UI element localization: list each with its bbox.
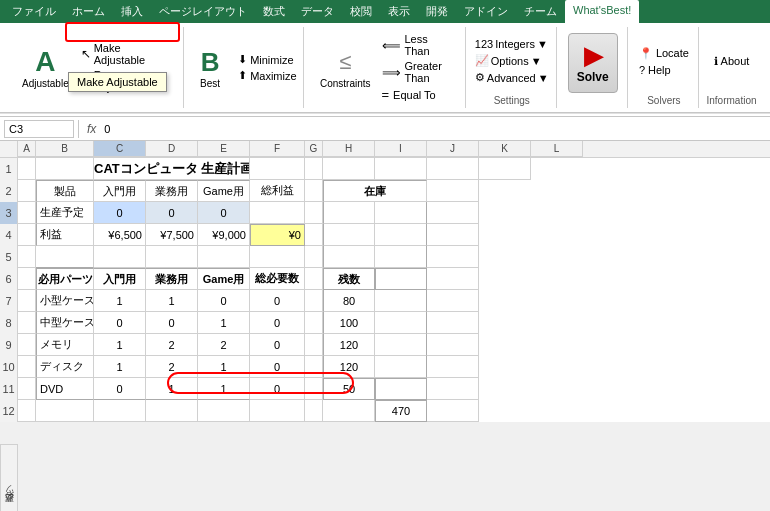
name-box[interactable] — [4, 120, 74, 138]
cell-B11[interactable]: DVD — [36, 378, 94, 400]
cell-E6[interactable]: Game用 — [198, 268, 250, 290]
cell-E7[interactable]: 0 — [198, 290, 250, 312]
tab-file[interactable]: ファイル — [4, 0, 64, 23]
greater-than-item[interactable]: ⟹ Greater Than — [379, 59, 457, 85]
cell-J5[interactable] — [427, 246, 479, 268]
cell-C11[interactable]: 0 — [94, 378, 146, 400]
cell-G9[interactable] — [305, 334, 323, 356]
cell-E8[interactable]: 1 — [198, 312, 250, 334]
cell-J7[interactable] — [427, 290, 479, 312]
cell-D7[interactable]: 1 — [146, 290, 198, 312]
col-header-B[interactable]: B — [36, 141, 94, 157]
cell-H10[interactable]: 120 — [323, 356, 375, 378]
tab-whatsbest[interactable]: What'sBest! — [565, 0, 639, 23]
cell-A3[interactable] — [18, 202, 36, 224]
cell-A8[interactable] — [18, 312, 36, 334]
cell-I8[interactable] — [375, 312, 427, 334]
cell-E9[interactable]: 2 — [198, 334, 250, 356]
cell-G3[interactable] — [305, 202, 323, 224]
cell-E10[interactable]: 1 — [198, 356, 250, 378]
cell-H3[interactable] — [323, 202, 375, 224]
cell-F2[interactable]: 総利益 — [250, 180, 305, 202]
cell-H7[interactable]: 80 — [323, 290, 375, 312]
cell-A10[interactable] — [18, 356, 36, 378]
cell-E12[interactable] — [198, 400, 250, 422]
cell-E4[interactable]: ¥9,000 — [198, 224, 250, 246]
col-header-D[interactable]: D — [146, 141, 198, 157]
tab-view[interactable]: 表示 — [380, 0, 418, 23]
less-than-item[interactable]: ⟸ Less Than — [379, 32, 457, 58]
about-item[interactable]: ℹ About — [710, 54, 754, 69]
cell-G11[interactable] — [305, 378, 323, 400]
maximize-button[interactable]: ⬆ Maximize — [234, 68, 300, 83]
cell-J1[interactable] — [427, 158, 479, 180]
cell-F4[interactable]: ¥0 — [250, 224, 305, 246]
cell-D3[interactable]: 0 — [146, 202, 198, 224]
tab-addin[interactable]: アドイン — [456, 0, 516, 23]
cell-J12[interactable] — [427, 400, 479, 422]
cell-B12[interactable] — [36, 400, 94, 422]
cell-C2[interactable]: 入門用 — [94, 180, 146, 202]
cell-J9[interactable] — [427, 334, 479, 356]
minimize-button[interactable]: ⬇ Minimize — [234, 52, 300, 67]
tab-data[interactable]: データ — [293, 0, 342, 23]
constraints-button[interactable]: ≤ Constraints — [314, 43, 377, 92]
col-header-A[interactable]: A — [18, 141, 36, 157]
options-item[interactable]: 📈 Options ▼ — [472, 53, 552, 68]
cell-I11[interactable] — [375, 378, 427, 400]
cell-A4[interactable] — [18, 224, 36, 246]
cell-D4[interactable]: ¥7,500 — [146, 224, 198, 246]
cell-H4[interactable] — [323, 224, 375, 246]
advanced-item[interactable]: ⚙ Advanced ▼ — [472, 70, 552, 85]
cell-B3[interactable]: 生産予定 — [36, 202, 94, 224]
cell-I6[interactable] — [375, 268, 427, 290]
cell-J11[interactable] — [427, 378, 479, 400]
cell-H12[interactable] — [323, 400, 375, 422]
cell-I1[interactable] — [375, 158, 427, 180]
cell-G8[interactable] — [305, 312, 323, 334]
cell-E11[interactable]: 1 — [198, 378, 250, 400]
cell-F8[interactable]: 0 — [250, 312, 305, 334]
col-header-H[interactable]: H — [323, 141, 375, 157]
solve-button[interactable]: ▶ Solve — [568, 33, 618, 93]
cell-G7[interactable] — [305, 290, 323, 312]
cell-G2[interactable] — [305, 180, 323, 202]
cell-H9[interactable]: 120 — [323, 334, 375, 356]
cell-F6[interactable]: 総必要数 — [250, 268, 305, 290]
col-header-G[interactable]: G — [305, 141, 323, 157]
cell-H11[interactable]: 50 — [323, 378, 375, 400]
cell-A5[interactable] — [18, 246, 36, 268]
cell-F5[interactable] — [250, 246, 305, 268]
cell-J3[interactable] — [427, 202, 479, 224]
cell-C4[interactable]: ¥6,500 — [94, 224, 146, 246]
cell-G1[interactable] — [305, 158, 323, 180]
cell-I12[interactable]: 470 — [375, 400, 427, 422]
cell-C6[interactable]: 入門用 — [94, 268, 146, 290]
cell-B10[interactable]: ディスク — [36, 356, 94, 378]
cell-C9[interactable]: 1 — [94, 334, 146, 356]
cell-A1[interactable] — [18, 158, 36, 180]
cell-I4[interactable] — [375, 224, 427, 246]
cell-D2[interactable]: 業務用 — [146, 180, 198, 202]
cell-A12[interactable] — [18, 400, 36, 422]
cell-E3[interactable]: 0 — [198, 202, 250, 224]
tab-review[interactable]: 校閲 — [342, 0, 380, 23]
cell-G12[interactable] — [305, 400, 323, 422]
cell-H5[interactable] — [323, 246, 375, 268]
cell-I10[interactable] — [375, 356, 427, 378]
cell-I5[interactable] — [375, 246, 427, 268]
cell-B5[interactable] — [36, 246, 94, 268]
col-header-I[interactable]: I — [375, 141, 427, 157]
cell-F3[interactable] — [250, 202, 305, 224]
cell-A11[interactable] — [18, 378, 36, 400]
cell-F9[interactable]: 0 — [250, 334, 305, 356]
locate-item[interactable]: 📍 Locate — [635, 46, 693, 61]
cell-B7[interactable]: 小型ケース — [36, 290, 94, 312]
cell-B1[interactable] — [36, 158, 94, 180]
cell-C7[interactable]: 1 — [94, 290, 146, 312]
tab-home[interactable]: ホーム — [64, 0, 113, 23]
col-header-L[interactable]: L — [531, 141, 583, 157]
col-header-E[interactable]: E — [198, 141, 250, 157]
adjustable-button[interactable]: A Adjustable — [16, 43, 75, 92]
equal-to-item[interactable]: = Equal To — [379, 86, 457, 103]
